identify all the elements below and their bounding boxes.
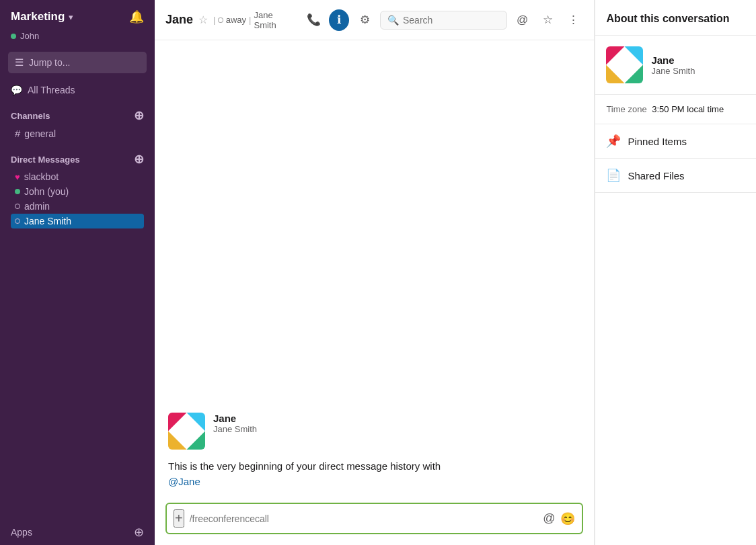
message-input[interactable] [190,513,537,524]
heart-icon: ♥ [15,172,20,182]
emoji-button[interactable]: 😊 [560,511,575,526]
message-user-header: Jane Jane Smith [168,413,580,450]
channels-header: Channels ⊕ [11,103,144,126]
sidebar-item-john[interactable]: John (you) [11,184,144,199]
bookmark-button[interactable]: ☆ [538,9,558,31]
jump-to-button[interactable]: ☰ Jump to... [8,52,147,73]
separator: | [213,15,215,25]
file-icon: 📄 [606,168,621,183]
sidebar-item-general[interactable]: # general [11,126,144,141]
call-button[interactable]: 📞 [303,9,324,31]
input-box: + @ 😊 [165,503,583,534]
message-area: Jane Jane Smith This is the very beginni… [155,40,594,496]
input-area: + @ 😊 [155,496,594,545]
workspace-chevron-icon: ▾ [69,12,73,22]
dm-header: Direct Messages ⊕ [11,146,144,169]
timezone-label: Time zone [606,104,646,114]
info-button[interactable]: ℹ [329,9,349,31]
offline-dot [15,204,20,209]
dm-section: Direct Messages ⊕ ♥ slackbot John (you) … [0,142,155,230]
search-icon: 🔍 [387,15,399,26]
away-status-dot [218,17,223,23]
threads-icon: 💬 [11,85,22,95]
jump-icon: ☰ [15,56,24,69]
message-text: This is the very beginning of your direc… [168,459,580,489]
timezone-value: 3:50 PM local time [652,104,724,114]
dm-label-slackbot: slackbot [24,171,59,182]
pin-icon: 📌 [606,134,621,149]
online-dot [15,189,20,194]
sidebar-item-all-threads[interactable]: 💬 All Threads [0,81,155,99]
channels-label: Channels [11,111,50,121]
settings-button[interactable]: ⚙ [354,9,375,31]
workspace-name: Marketing [11,10,65,24]
dm-label-john: John (you) [24,186,69,197]
sidebar-item-admin[interactable]: admin [11,199,144,214]
channels-section: Channels ⊕ # general [0,99,155,142]
pinned-items-left: 📌 Pinned Items [606,134,687,149]
search-input[interactable] [403,15,500,26]
at-mention-button[interactable]: @ [543,511,555,526]
search-box[interactable]: 🔍 [380,11,507,30]
add-app-button[interactable]: ⊕ [134,525,144,540]
mention-link[interactable]: @Jane [168,476,200,487]
chat-title: Jane [165,13,193,27]
main-header: Jane ☆ | away | Jane Smith 📞 ℹ ⚙ 🔍 @ ☆ ⋮ [155,0,594,40]
separator2: | [249,15,251,25]
add-content-button[interactable]: + [174,509,184,528]
header-full-name: Jane Smith [254,10,293,30]
sidebar-user: John [0,30,155,48]
dm-label: Direct Messages [11,155,80,165]
status-label: away [226,15,246,25]
panel-timezone: Time zone 3:50 PM local time [595,95,756,124]
shared-files-left: 📄 Shared Files [606,168,684,183]
away-dot-icon [15,218,20,224]
pinned-items-label: Pinned Items [628,136,687,147]
sidebar-item-label: All Threads [28,85,75,95]
panel-user-card: Jane Jane Smith [595,36,756,95]
add-dm-button[interactable]: ⊕ [134,152,144,167]
message-username: Jane [213,413,257,424]
apps-section: Apps ⊕ [0,519,155,545]
dm-label-jane: Jane Smith [24,216,71,226]
panel-user-full: Jane Smith [651,66,695,76]
star-icon[interactable]: ☆ [198,13,208,26]
panel-user-info: Jane Jane Smith [651,54,695,76]
user-status-dot [11,34,16,39]
shared-files-section[interactable]: 📄 Shared Files ▶ [595,159,756,193]
apps-label: Apps [11,527,32,538]
message-full-name: Jane Smith [213,424,257,434]
bell-icon[interactable]: 🔔 [129,9,144,24]
add-channel-button[interactable]: ⊕ [134,108,144,123]
dm-label-admin: admin [24,201,50,212]
panel-header: About this conversation ✕ [595,0,756,36]
jump-to-label: Jump to... [29,57,70,68]
workspace-name-area[interactable]: Marketing ▾ [11,10,73,24]
mention-button[interactable]: @ [513,9,533,31]
panel-avatar [606,46,643,83]
sidebar: Marketing ▾ 🔔 John ☰ Jump to... 💬 All Th… [0,0,155,545]
right-panel: About this conversation ✕ Jane Jane Smit… [595,0,756,545]
pinned-items-section[interactable]: 📌 Pinned Items ▶ [595,124,756,159]
panel-title: About this conversation [606,13,729,25]
channel-label: general [24,128,56,139]
sidebar-header: Marketing ▾ 🔔 [0,0,155,30]
sidebar-item-jane[interactable]: Jane Smith [11,214,144,228]
panel-user-name: Jane [651,54,695,66]
hash-icon: # [15,128,20,139]
sidebar-item-slackbot[interactable]: ♥ slackbot [11,169,144,184]
header-status: | away | Jane Smith [213,10,293,30]
main-area: Jane ☆ | away | Jane Smith 📞 ℹ ⚙ 🔍 @ ☆ ⋮ [155,0,595,545]
sidebar-username: John [20,31,39,41]
message-avatar [168,413,205,450]
shared-files-label: Shared Files [628,170,684,181]
message-intro: Jane Jane Smith This is the very beginni… [168,413,580,489]
message-user-info: Jane Jane Smith [213,413,257,434]
more-button[interactable]: ⋮ [563,9,583,31]
